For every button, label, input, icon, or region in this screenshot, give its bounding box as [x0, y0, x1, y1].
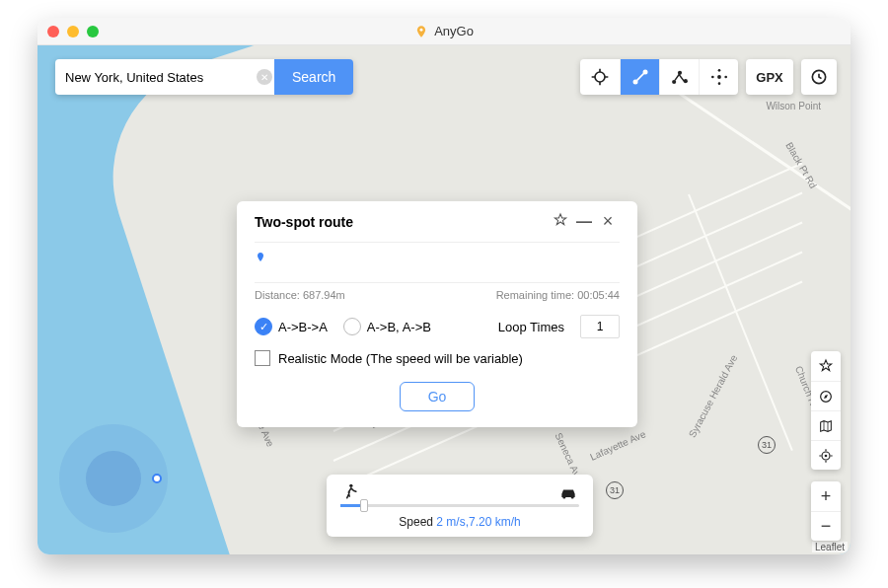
joystick-inner	[86, 451, 141, 506]
map-attribution: Leaflet	[812, 542, 848, 552]
location-pin-icon	[255, 251, 266, 264]
distance-label: Distance: 687.94m	[255, 289, 345, 301]
slider-thumb[interactable]	[360, 499, 368, 512]
svg-point-0	[420, 28, 423, 31]
locate-me-button[interactable]	[811, 440, 841, 470]
minimize-window-button[interactable]	[67, 26, 79, 37]
svg-point-18	[825, 454, 828, 457]
loop-times-label: Loop Times	[498, 320, 564, 334]
minimize-panel-button[interactable]: —	[572, 213, 596, 231]
speed-value: 2 m/s,7.20 km/h	[436, 515, 520, 529]
svg-point-1	[595, 72, 605, 82]
zoom-window-button[interactable]	[87, 26, 99, 37]
svg-point-11	[724, 76, 727, 79]
search-input[interactable]	[55, 59, 274, 95]
app-pin-icon	[414, 25, 428, 38]
two-spot-mode-button[interactable]	[620, 59, 659, 95]
route-option-abab[interactable]: A->B, A->B	[343, 318, 431, 335]
realistic-mode-label: Realistic Mode (The speed will be variab…	[278, 351, 523, 366]
map-layers-button[interactable]	[811, 410, 841, 440]
option-label: A->B, A->B	[367, 320, 431, 334]
walk-icon	[340, 482, 360, 502]
close-panel-button[interactable]: ×	[596, 211, 620, 232]
map-canvas[interactable]: Wilson Point Black Pt Rd Lafayette Ave S…	[37, 45, 851, 554]
route-option-aba[interactable]: A->B->A	[255, 318, 328, 335]
jump-icon	[709, 67, 729, 87]
speed-label: Speed	[399, 515, 436, 529]
gpx-button[interactable]: GPX	[746, 59, 793, 95]
panel-title: Two-spot route	[255, 214, 549, 230]
compass-icon	[818, 389, 834, 404]
titlebar: AnyGo	[37, 18, 851, 45]
history-button[interactable]	[801, 59, 837, 95]
svg-point-15	[571, 496, 574, 499]
compass-button[interactable]	[811, 381, 841, 410]
svg-point-6	[683, 79, 687, 83]
close-window-button[interactable]	[47, 26, 59, 37]
svg-point-10	[711, 76, 714, 79]
map-label: Wilson Point	[766, 101, 821, 111]
route-panel: Two-spot route — × Distance: 687.94m Rem…	[237, 201, 637, 427]
jump-teleport-button[interactable]	[699, 59, 738, 95]
favorites-button[interactable]	[811, 351, 841, 381]
teleport-mode-button[interactable]	[580, 59, 620, 95]
favorite-button[interactable]	[549, 212, 572, 232]
two-spot-icon	[630, 67, 650, 87]
clear-search-button[interactable]: ✕	[257, 69, 272, 85]
remaining-time-label: Remaining time: 00:05:44	[496, 289, 620, 301]
zoom-in-button[interactable]: +	[811, 481, 841, 511]
loop-times-input[interactable]	[580, 315, 620, 338]
traffic-lights	[47, 26, 99, 37]
speed-panel: Speed 2 m/s,7.20 km/h	[327, 475, 593, 537]
radio-icon	[343, 318, 361, 335]
svg-point-9	[717, 82, 720, 85]
multi-spot-icon	[670, 67, 690, 87]
virtual-joystick[interactable]	[59, 424, 168, 533]
option-label: A->B->A	[278, 320, 328, 334]
svg-point-8	[717, 69, 720, 72]
star-icon	[818, 358, 834, 374]
star-icon	[553, 212, 568, 228]
locate-icon	[818, 448, 834, 464]
app-title: AnyGo	[434, 24, 474, 38]
car-icon	[557, 482, 579, 502]
route-shield: 31	[606, 481, 624, 499]
joystick-handle[interactable]	[152, 474, 162, 483]
radio-selected-icon	[255, 318, 272, 335]
search-button[interactable]: Search	[274, 59, 353, 95]
map-icon	[818, 418, 834, 434]
realistic-mode-checkbox[interactable]	[255, 350, 270, 366]
route-shield: 31	[758, 436, 776, 454]
svg-point-14	[562, 496, 565, 499]
go-button[interactable]: Go	[400, 382, 476, 411]
svg-point-7	[717, 75, 721, 79]
app-window: AnyGo Wilson Point Black Pt Rd Lafayette…	[37, 18, 851, 554]
zoom-out-button[interactable]: −	[811, 511, 841, 541]
multi-spot-mode-button[interactable]	[659, 59, 699, 95]
svg-point-13	[349, 484, 352, 487]
crosshair-icon	[590, 67, 610, 87]
clock-icon	[809, 67, 829, 87]
speed-slider[interactable]	[340, 504, 579, 507]
